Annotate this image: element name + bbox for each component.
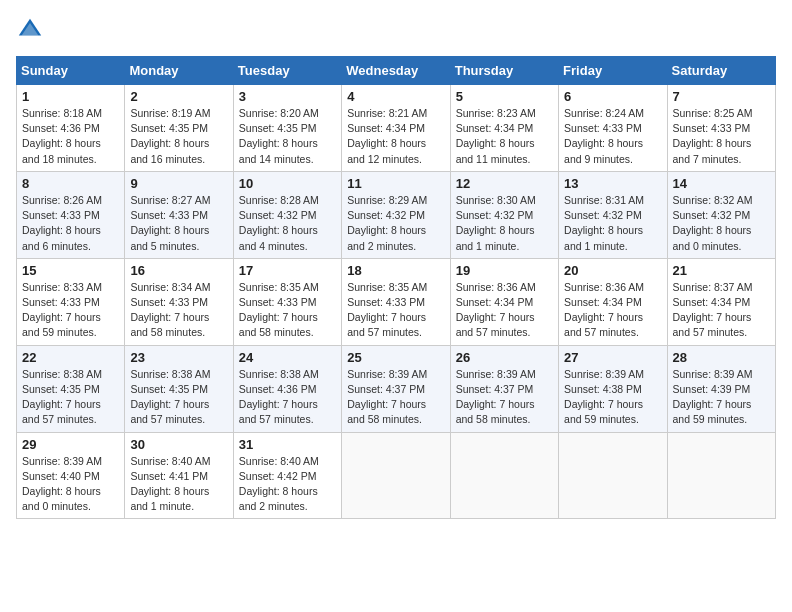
day-number: 19 bbox=[456, 263, 553, 278]
day-number: 3 bbox=[239, 89, 336, 104]
day-number: 23 bbox=[130, 350, 227, 365]
day-number: 2 bbox=[130, 89, 227, 104]
day-number: 11 bbox=[347, 176, 444, 191]
day-number: 6 bbox=[564, 89, 661, 104]
day-info: Sunrise: 8:23 AM Sunset: 4:34 PM Dayligh… bbox=[456, 106, 553, 167]
calendar-week-5: 29Sunrise: 8:39 AM Sunset: 4:40 PM Dayli… bbox=[17, 432, 776, 519]
calendar-cell: 31Sunrise: 8:40 AM Sunset: 4:42 PM Dayli… bbox=[233, 432, 341, 519]
calendar-cell: 4Sunrise: 8:21 AM Sunset: 4:34 PM Daylig… bbox=[342, 85, 450, 172]
day-info: Sunrise: 8:37 AM Sunset: 4:34 PM Dayligh… bbox=[673, 280, 770, 341]
day-info: Sunrise: 8:26 AM Sunset: 4:33 PM Dayligh… bbox=[22, 193, 119, 254]
day-number: 31 bbox=[239, 437, 336, 452]
day-number: 12 bbox=[456, 176, 553, 191]
day-number: 30 bbox=[130, 437, 227, 452]
calendar-week-2: 8Sunrise: 8:26 AM Sunset: 4:33 PM Daylig… bbox=[17, 171, 776, 258]
day-info: Sunrise: 8:40 AM Sunset: 4:41 PM Dayligh… bbox=[130, 454, 227, 515]
calendar-cell bbox=[667, 432, 775, 519]
calendar-cell: 8Sunrise: 8:26 AM Sunset: 4:33 PM Daylig… bbox=[17, 171, 125, 258]
day-number: 24 bbox=[239, 350, 336, 365]
calendar-cell: 17Sunrise: 8:35 AM Sunset: 4:33 PM Dayli… bbox=[233, 258, 341, 345]
col-header-tuesday: Tuesday bbox=[233, 57, 341, 85]
day-info: Sunrise: 8:38 AM Sunset: 4:35 PM Dayligh… bbox=[130, 367, 227, 428]
day-number: 18 bbox=[347, 263, 444, 278]
page-header bbox=[16, 16, 776, 44]
calendar-cell: 3Sunrise: 8:20 AM Sunset: 4:35 PM Daylig… bbox=[233, 85, 341, 172]
day-info: Sunrise: 8:38 AM Sunset: 4:36 PM Dayligh… bbox=[239, 367, 336, 428]
day-info: Sunrise: 8:31 AM Sunset: 4:32 PM Dayligh… bbox=[564, 193, 661, 254]
day-info: Sunrise: 8:27 AM Sunset: 4:33 PM Dayligh… bbox=[130, 193, 227, 254]
calendar-week-4: 22Sunrise: 8:38 AM Sunset: 4:35 PM Dayli… bbox=[17, 345, 776, 432]
day-number: 1 bbox=[22, 89, 119, 104]
day-number: 8 bbox=[22, 176, 119, 191]
day-info: Sunrise: 8:20 AM Sunset: 4:35 PM Dayligh… bbox=[239, 106, 336, 167]
calendar-cell: 1Sunrise: 8:18 AM Sunset: 4:36 PM Daylig… bbox=[17, 85, 125, 172]
calendar-cell bbox=[559, 432, 667, 519]
day-info: Sunrise: 8:35 AM Sunset: 4:33 PM Dayligh… bbox=[347, 280, 444, 341]
day-info: Sunrise: 8:24 AM Sunset: 4:33 PM Dayligh… bbox=[564, 106, 661, 167]
calendar-cell: 21Sunrise: 8:37 AM Sunset: 4:34 PM Dayli… bbox=[667, 258, 775, 345]
day-info: Sunrise: 8:36 AM Sunset: 4:34 PM Dayligh… bbox=[456, 280, 553, 341]
col-header-thursday: Thursday bbox=[450, 57, 558, 85]
calendar-cell: 20Sunrise: 8:36 AM Sunset: 4:34 PM Dayli… bbox=[559, 258, 667, 345]
calendar-cell: 11Sunrise: 8:29 AM Sunset: 4:32 PM Dayli… bbox=[342, 171, 450, 258]
day-number: 15 bbox=[22, 263, 119, 278]
calendar-cell: 25Sunrise: 8:39 AM Sunset: 4:37 PM Dayli… bbox=[342, 345, 450, 432]
calendar-cell: 24Sunrise: 8:38 AM Sunset: 4:36 PM Dayli… bbox=[233, 345, 341, 432]
day-number: 4 bbox=[347, 89, 444, 104]
calendar-cell: 22Sunrise: 8:38 AM Sunset: 4:35 PM Dayli… bbox=[17, 345, 125, 432]
calendar-cell: 29Sunrise: 8:39 AM Sunset: 4:40 PM Dayli… bbox=[17, 432, 125, 519]
calendar-cell: 27Sunrise: 8:39 AM Sunset: 4:38 PM Dayli… bbox=[559, 345, 667, 432]
calendar-cell: 2Sunrise: 8:19 AM Sunset: 4:35 PM Daylig… bbox=[125, 85, 233, 172]
calendar-cell: 7Sunrise: 8:25 AM Sunset: 4:33 PM Daylig… bbox=[667, 85, 775, 172]
day-info: Sunrise: 8:39 AM Sunset: 4:38 PM Dayligh… bbox=[564, 367, 661, 428]
day-info: Sunrise: 8:38 AM Sunset: 4:35 PM Dayligh… bbox=[22, 367, 119, 428]
day-number: 10 bbox=[239, 176, 336, 191]
day-info: Sunrise: 8:34 AM Sunset: 4:33 PM Dayligh… bbox=[130, 280, 227, 341]
calendar-cell: 18Sunrise: 8:35 AM Sunset: 4:33 PM Dayli… bbox=[342, 258, 450, 345]
calendar-cell: 19Sunrise: 8:36 AM Sunset: 4:34 PM Dayli… bbox=[450, 258, 558, 345]
day-info: Sunrise: 8:35 AM Sunset: 4:33 PM Dayligh… bbox=[239, 280, 336, 341]
calendar-cell: 15Sunrise: 8:33 AM Sunset: 4:33 PM Dayli… bbox=[17, 258, 125, 345]
calendar-cell: 14Sunrise: 8:32 AM Sunset: 4:32 PM Dayli… bbox=[667, 171, 775, 258]
day-number: 29 bbox=[22, 437, 119, 452]
col-header-saturday: Saturday bbox=[667, 57, 775, 85]
day-number: 5 bbox=[456, 89, 553, 104]
day-number: 25 bbox=[347, 350, 444, 365]
day-info: Sunrise: 8:40 AM Sunset: 4:42 PM Dayligh… bbox=[239, 454, 336, 515]
day-info: Sunrise: 8:18 AM Sunset: 4:36 PM Dayligh… bbox=[22, 106, 119, 167]
calendar-cell: 9Sunrise: 8:27 AM Sunset: 4:33 PM Daylig… bbox=[125, 171, 233, 258]
day-info: Sunrise: 8:32 AM Sunset: 4:32 PM Dayligh… bbox=[673, 193, 770, 254]
day-info: Sunrise: 8:21 AM Sunset: 4:34 PM Dayligh… bbox=[347, 106, 444, 167]
calendar-cell: 5Sunrise: 8:23 AM Sunset: 4:34 PM Daylig… bbox=[450, 85, 558, 172]
col-header-monday: Monday bbox=[125, 57, 233, 85]
calendar-cell: 13Sunrise: 8:31 AM Sunset: 4:32 PM Dayli… bbox=[559, 171, 667, 258]
calendar-cell: 12Sunrise: 8:30 AM Sunset: 4:32 PM Dayli… bbox=[450, 171, 558, 258]
col-header-friday: Friday bbox=[559, 57, 667, 85]
day-info: Sunrise: 8:36 AM Sunset: 4:34 PM Dayligh… bbox=[564, 280, 661, 341]
calendar-cell bbox=[450, 432, 558, 519]
day-number: 28 bbox=[673, 350, 770, 365]
calendar-week-1: 1Sunrise: 8:18 AM Sunset: 4:36 PM Daylig… bbox=[17, 85, 776, 172]
day-info: Sunrise: 8:28 AM Sunset: 4:32 PM Dayligh… bbox=[239, 193, 336, 254]
day-number: 9 bbox=[130, 176, 227, 191]
calendar-cell: 10Sunrise: 8:28 AM Sunset: 4:32 PM Dayli… bbox=[233, 171, 341, 258]
col-header-wednesday: Wednesday bbox=[342, 57, 450, 85]
logo bbox=[16, 16, 48, 44]
calendar-table: SundayMondayTuesdayWednesdayThursdayFrid… bbox=[16, 56, 776, 519]
calendar-cell: 28Sunrise: 8:39 AM Sunset: 4:39 PM Dayli… bbox=[667, 345, 775, 432]
day-info: Sunrise: 8:39 AM Sunset: 4:37 PM Dayligh… bbox=[347, 367, 444, 428]
calendar-cell: 30Sunrise: 8:40 AM Sunset: 4:41 PM Dayli… bbox=[125, 432, 233, 519]
calendar-cell: 23Sunrise: 8:38 AM Sunset: 4:35 PM Dayli… bbox=[125, 345, 233, 432]
day-info: Sunrise: 8:39 AM Sunset: 4:37 PM Dayligh… bbox=[456, 367, 553, 428]
day-info: Sunrise: 8:39 AM Sunset: 4:40 PM Dayligh… bbox=[22, 454, 119, 515]
col-header-sunday: Sunday bbox=[17, 57, 125, 85]
day-number: 17 bbox=[239, 263, 336, 278]
calendar-cell: 16Sunrise: 8:34 AM Sunset: 4:33 PM Dayli… bbox=[125, 258, 233, 345]
logo-icon bbox=[16, 16, 44, 44]
day-number: 16 bbox=[130, 263, 227, 278]
calendar-cell: 6Sunrise: 8:24 AM Sunset: 4:33 PM Daylig… bbox=[559, 85, 667, 172]
day-info: Sunrise: 8:39 AM Sunset: 4:39 PM Dayligh… bbox=[673, 367, 770, 428]
day-number: 13 bbox=[564, 176, 661, 191]
day-number: 27 bbox=[564, 350, 661, 365]
day-number: 7 bbox=[673, 89, 770, 104]
